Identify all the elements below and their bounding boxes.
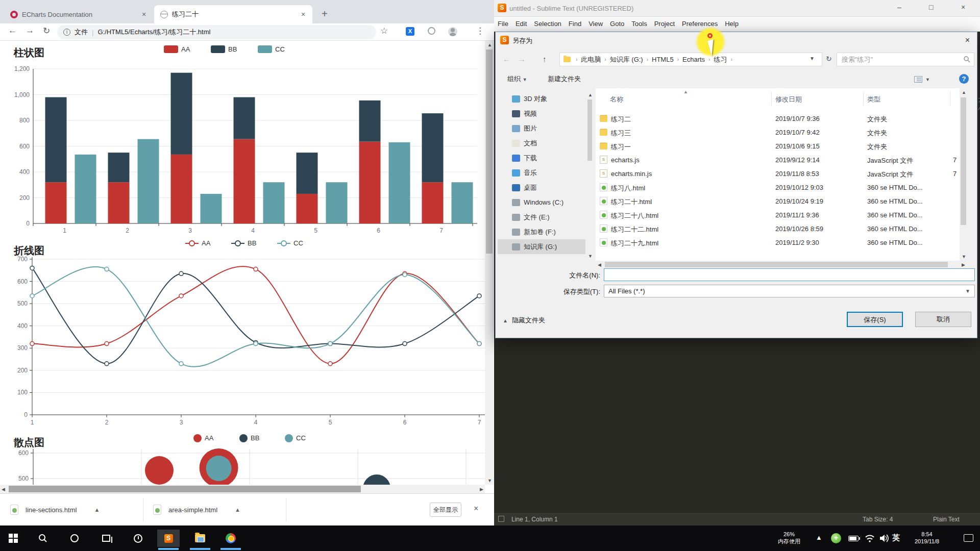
sidebar-item[interactable]: 桌面 <box>498 180 585 195</box>
breadcrumb-item[interactable]: 此电脑 <box>579 55 603 64</box>
file-list-scroll-up-icon[interactable]: ▲ <box>962 90 966 95</box>
menu-item-help[interactable]: Help <box>725 20 739 28</box>
list-view-icon[interactable] <box>914 76 922 83</box>
minimize-icon[interactable]: – <box>897 3 901 11</box>
syntax-status[interactable]: Plain Text <box>933 516 960 523</box>
file-list-scroll-right-icon[interactable]: ▶ <box>962 262 965 267</box>
browser-tab[interactable]: ECharts Documentation× <box>4 5 153 23</box>
file-list-vscroll-thumb[interactable] <box>961 97 966 225</box>
table-row[interactable]: 练习二2019/10/7 9:36文件夹 <box>596 112 967 126</box>
chrome-menu-icon[interactable]: ⋮ <box>476 26 484 36</box>
column-header[interactable]: 修改日期 <box>775 95 802 104</box>
new-tab-button[interactable]: + <box>322 8 328 20</box>
scroll-right-icon[interactable]: ▶ <box>480 487 483 492</box>
sidebar-item[interactable]: 文档 <box>498 136 585 151</box>
cancel-button[interactable]: 取消 <box>915 312 971 327</box>
table-row[interactable]: 练习二十九.html2019/11/2 9:30360 se HTML Do..… <box>596 236 967 249</box>
file-list-scroll-down-icon[interactable]: ▼ <box>962 254 966 259</box>
download-menu-chevron-icon[interactable]: ▲ <box>235 507 240 513</box>
breadcrumb-item[interactable]: HTML5 <box>650 56 676 63</box>
breadcrumb-item[interactable]: Echarts <box>680 56 707 63</box>
tab-close-icon[interactable]: × <box>140 10 148 18</box>
table-row[interactable]: 练习一2019/10/6 9:15文件夹 <box>596 139 967 153</box>
organize-button[interactable]: 组织 ▼ <box>507 74 527 84</box>
download-menu-chevron-icon[interactable]: ▲ <box>94 507 100 513</box>
column-header[interactable]: 大小 <box>978 95 980 113</box>
download-filename[interactable]: area-simple.html <box>168 506 217 514</box>
menu-item-goto[interactable]: Goto <box>610 20 624 28</box>
browser-tab[interactable]: 练习二十× <box>154 5 312 23</box>
battery-icon[interactable] <box>848 536 859 541</box>
search-input[interactable]: 搜索"练习" <box>837 53 974 66</box>
start-button[interactable] <box>2 530 24 547</box>
clock-datetime[interactable]: 8:542019/11/8 <box>906 531 948 545</box>
breadcrumb[interactable]: ›此电脑›知识库 (G:)›HTML5›Echarts›练习› <box>559 53 822 66</box>
sidebar-scroll-down-icon[interactable]: ▼ <box>588 254 593 259</box>
taskbar-explorer-button[interactable] <box>189 530 211 547</box>
cortana-button[interactable] <box>63 530 86 547</box>
sidebar-item[interactable]: 新加卷 (F:) <box>498 224 585 239</box>
wifi-icon[interactable] <box>865 534 875 543</box>
dialog-up-icon[interactable]: ↑ <box>543 55 547 63</box>
dialog-forward-icon[interactable]: → <box>518 55 526 63</box>
menu-item-tools[interactable]: Tools <box>631 20 647 28</box>
save-button[interactable]: 保存(S) <box>847 312 903 327</box>
vertical-scrollbar[interactable]: ▲ ▼ <box>485 41 494 485</box>
view-dropdown-icon[interactable]: ▼ <box>925 77 930 82</box>
notification-center-icon[interactable] <box>964 534 973 542</box>
table-row[interactable]: 练习二十八.html2019/11/1 9:36360 se HTML Do..… <box>596 208 967 222</box>
tray-expand-icon[interactable]: ▲ <box>816 534 822 541</box>
scroll-down-icon[interactable]: ▼ <box>487 478 492 483</box>
dialog-close-icon[interactable]: × <box>965 36 970 45</box>
column-divider[interactable] <box>863 92 864 106</box>
file-list-hscroll-thumb[interactable] <box>605 262 948 267</box>
table-row[interactable]: 练习二十二.html2019/10/26 8:59360 se HTML Do.… <box>596 222 967 236</box>
tab-size-status[interactable]: Tab Size: 4 <box>863 516 893 523</box>
menu-item-file[interactable]: File <box>498 20 508 28</box>
filetype-select[interactable]: All Files (*.*) ▼ <box>604 285 975 297</box>
sidebar-item[interactable]: 音乐 <box>498 165 585 180</box>
scroll-left-icon[interactable]: ◀ <box>2 487 5 492</box>
memory-usage-status[interactable]: 26%内存使用 <box>769 531 810 545</box>
column-header[interactable]: 名称 <box>610 95 623 104</box>
taskbar-search-button[interactable] <box>32 530 54 547</box>
sidebar-item[interactable]: 文件 (E:) <box>498 210 585 224</box>
vscroll-thumb[interactable] <box>486 49 493 254</box>
menu-item-view[interactable]: View <box>589 20 603 28</box>
menu-item-selection[interactable]: Selection <box>534 20 561 28</box>
sidebar-scroll-up-icon[interactable]: ▲ <box>588 92 593 97</box>
dialog-back-icon[interactable]: ← <box>503 55 510 63</box>
taskbar-chrome-button[interactable] <box>219 530 242 547</box>
extension-icon[interactable]: X <box>406 27 414 36</box>
download-item[interactable]: area-simple.html▲ <box>147 494 286 525</box>
sidebar-item[interactable]: 图片 <box>498 121 585 136</box>
new-folder-button[interactable]: 新建文件夹 <box>548 74 581 84</box>
volume-icon[interactable] <box>879 534 890 543</box>
back-icon[interactable]: ← <box>8 26 17 36</box>
table-row[interactable]: Secharts.min.js2019/11/8 8:53JavaScript … <box>596 167 967 181</box>
task-view-button[interactable] <box>95 530 117 547</box>
antivirus-tray-icon[interactable]: + <box>831 533 841 543</box>
address-bar[interactable]: i 文件 | G:/HTML5/Echarts/练习/练习二十.html <box>57 25 376 39</box>
sidebar-item[interactable]: 视频 <box>498 106 585 121</box>
download-filename[interactable]: line-sections.html <box>26 506 77 514</box>
menu-item-project[interactable]: Project <box>654 20 675 28</box>
alarms-app-button[interactable] <box>127 530 149 547</box>
reload-icon[interactable]: ↻ <box>43 26 50 36</box>
breadcrumb-item[interactable]: 知识库 (G:) <box>608 55 645 64</box>
column-divider[interactable] <box>771 92 772 106</box>
download-item[interactable]: line-sections.html▲ <box>4 494 143 525</box>
show-all-downloads-button[interactable]: 全部显示 <box>430 503 461 517</box>
taskbar-sublime-button[interactable]: S <box>157 530 180 547</box>
sidebar-item[interactable]: 知识库 (G:) <box>498 239 585 254</box>
menu-item-edit[interactable]: Edit <box>516 20 527 28</box>
tab-close-icon[interactable]: × <box>299 10 307 18</box>
help-icon[interactable]: ? <box>959 74 969 84</box>
column-header[interactable]: 类型 <box>867 95 880 104</box>
extension-circle-icon[interactable] <box>428 27 435 35</box>
breadcrumb-dropdown-icon[interactable]: ▼ <box>810 56 815 61</box>
file-list-vscrollbar[interactable]: ▲ ▼ <box>960 88 967 261</box>
downloads-bar-close-icon[interactable]: × <box>474 504 478 513</box>
hscroll-thumb[interactable] <box>9 486 361 492</box>
table-row[interactable]: 练习八.html2019/10/12 9:03360 se HTML Do... <box>596 181 967 194</box>
